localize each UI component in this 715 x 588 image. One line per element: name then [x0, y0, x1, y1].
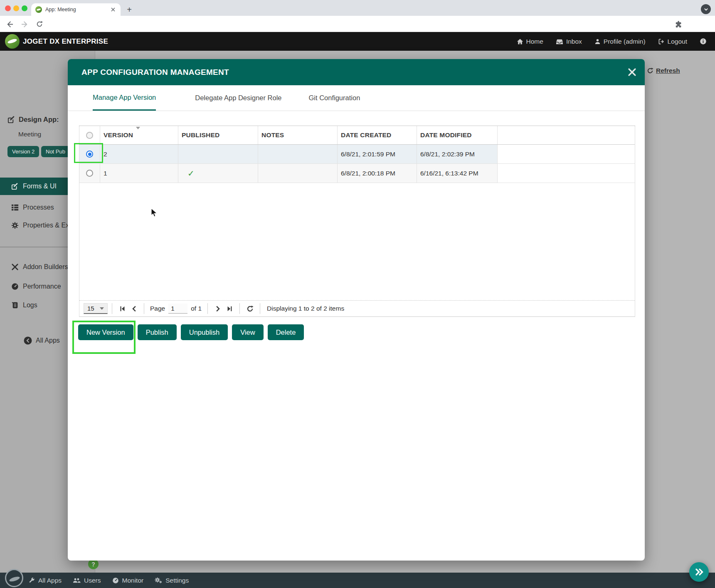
sort-icon — [136, 127, 140, 129]
table-row-version-1[interactable]: 1 ✓ 6/8/21, 2:00:18 PM 6/16/21, 6:13:42 … — [79, 164, 635, 183]
refresh-icon — [247, 305, 254, 312]
monitor-gauge-icon — [112, 577, 119, 584]
tab-git-configuration[interactable]: Git Configuration — [309, 85, 360, 111]
col-date-created[interactable]: DATE CREATED — [338, 126, 417, 144]
app-name: Meeting — [18, 131, 41, 138]
close-icon[interactable] — [626, 67, 637, 77]
next-page-button[interactable] — [213, 304, 223, 314]
mouse-cursor — [151, 208, 158, 219]
page-label: Page — [150, 305, 165, 312]
radio-unselected[interactable] — [86, 132, 93, 139]
pagination-bar: 15 Page of 1 — [79, 300, 635, 317]
refresh-list-button[interactable] — [245, 304, 255, 314]
highlight-box-radio — [74, 143, 103, 163]
back-circle-icon — [23, 336, 32, 345]
modal-tabs: Manage App Version Delegate App Designer… — [68, 85, 645, 111]
download-button[interactable] — [701, 4, 711, 14]
col-filler — [498, 126, 635, 144]
nav-logout[interactable]: Logout — [658, 38, 687, 45]
joget-favicon-icon — [35, 6, 42, 13]
published-check-icon: ✓ — [187, 168, 195, 178]
tab-title: App: Meeting — [45, 7, 110, 12]
footer-all-apps[interactable]: All Apps — [28, 577, 62, 584]
new-tab-button[interactable]: + — [124, 4, 135, 15]
forward-icon[interactable] — [20, 20, 29, 29]
footer-settings[interactable]: Settings — [155, 577, 189, 584]
nav-profile[interactable]: Profile (admin) — [594, 38, 646, 45]
tab-delegate-app-designer-role[interactable]: Delegate App Designer Role — [195, 85, 281, 111]
logout-icon — [658, 38, 665, 45]
pagination-status: Displaying 1 to 2 of 2 items — [267, 305, 344, 312]
modal-title: APP CONFIGURATION MANAGEMENT — [81, 68, 229, 77]
cell-notes — [258, 164, 338, 183]
joget-logo — [5, 34, 20, 49]
refresh-link[interactable]: Refresh — [647, 67, 680, 74]
col-date-modified[interactable]: DATE MODIFIED — [417, 126, 498, 144]
gear-icon — [11, 222, 19, 229]
cell-version: 1 — [100, 164, 178, 183]
page-input[interactable] — [168, 304, 187, 314]
reload-icon[interactable] — [35, 20, 44, 29]
version-badge: Version 2 — [7, 146, 39, 157]
app-configuration-modal: APP CONFIGURATION MANAGEMENT Manage App … — [68, 59, 645, 561]
info-icon — [700, 38, 707, 45]
cell-version: 2 — [100, 145, 178, 163]
cell-date-modified: 6/8/21, 2:02:39 PM — [417, 145, 498, 163]
table-header-row: VERSION PUBLISHED NOTES DATE CREATED DAT… — [79, 126, 635, 145]
sidebar-item-all-apps[interactable]: All Apps — [23, 336, 60, 345]
first-page-button[interactable] — [117, 304, 127, 314]
col-notes[interactable]: NOTES — [258, 126, 338, 144]
view-button[interactable]: View — [232, 324, 263, 340]
design-app-label: Design App: — [7, 116, 59, 124]
window-close-button[interactable] — [5, 5, 11, 11]
screen: App: Meeting + localhost:8080/jw/web/con… — [0, 0, 715, 588]
list-icon — [11, 204, 19, 211]
version-table: VERSION PUBLISHED NOTES DATE CREATED DAT… — [79, 126, 635, 317]
extensions-puzzle-icon[interactable] — [674, 20, 683, 29]
highlight-box-new-version — [72, 321, 136, 354]
tools-icon — [11, 263, 19, 271]
back-icon[interactable] — [5, 20, 14, 29]
window-minimize-button[interactable] — [13, 5, 19, 11]
browser-toolbar: localhost:8080/jw/web/console/app/meetin… — [0, 16, 715, 32]
user-icon — [594, 38, 601, 45]
footer-users[interactable]: Users — [73, 577, 101, 584]
delete-button[interactable]: Delete — [268, 324, 304, 340]
nav-home[interactable]: Home — [517, 38, 543, 45]
radio-unselected[interactable] — [86, 170, 93, 177]
brand-title: JOGET DX ENTERPRISE — [23, 32, 108, 51]
users-icon — [73, 577, 81, 584]
unpublish-button[interactable]: Unpublish — [181, 324, 228, 340]
prev-page-button[interactable] — [129, 304, 139, 314]
inbox-icon — [556, 38, 563, 45]
refresh-icon — [647, 67, 653, 74]
cell-date-modified: 6/16/21, 6:13:42 PM — [417, 164, 498, 183]
home-icon — [517, 38, 523, 45]
joget-footer-logo — [5, 569, 23, 587]
publish-button[interactable]: Publish — [138, 324, 177, 340]
wrench-icon — [28, 577, 35, 584]
col-published[interactable]: PUBLISHED — [178, 126, 258, 144]
edit-icon — [7, 116, 15, 124]
col-version[interactable]: VERSION — [100, 126, 178, 144]
gears-icon — [155, 577, 162, 584]
page-size-select[interactable]: 15 — [84, 303, 108, 314]
last-page-button[interactable] — [224, 304, 234, 314]
expand-panel-button[interactable] — [689, 562, 709, 582]
browser-tab[interactable]: App: Meeting — [31, 3, 121, 16]
cell-date-created: 6/8/21, 2:01:59 PM — [338, 145, 417, 163]
nav-inbox[interactable]: Inbox — [556, 38, 582, 45]
window-zoom-button[interactable] — [22, 5, 27, 11]
table-empty-area — [79, 183, 635, 300]
nav-info[interactable] — [700, 38, 707, 45]
tab-manage-app-version[interactable]: Manage App Version — [93, 85, 156, 111]
double-chevron-right-icon — [695, 568, 704, 576]
footer-monitor[interactable]: Monitor — [112, 577, 144, 584]
page-of-label: of 1 — [191, 305, 202, 312]
gauge-icon — [11, 283, 19, 290]
app-header: JOGET DX ENTERPRISE Home Inbox Profile (… — [0, 32, 715, 51]
cell-notes — [258, 145, 338, 163]
table-row-version-2[interactable]: 2 6/8/21, 2:01:59 PM 6/8/21, 2:02:39 PM — [79, 145, 635, 164]
publish-status-badge: Not Pub — [41, 146, 70, 157]
tab-close-icon[interactable] — [110, 6, 116, 13]
